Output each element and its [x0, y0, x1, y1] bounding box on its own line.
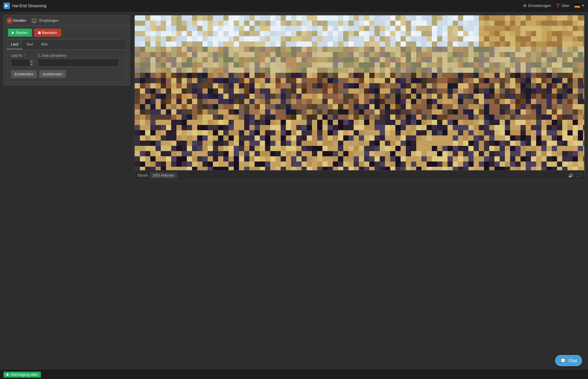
settings-button[interactable]: ⚙ Einstellungen [523, 3, 551, 8]
tab-empfangen[interactable]: Empfangen [32, 18, 59, 23]
zeile-group: 2. Zeile (Strophen) [38, 54, 119, 67]
lied-nr-group: Lied Nr. * ▲ ▼ [11, 54, 34, 67]
language-selector[interactable]: 🇩🇪 ▼ [574, 4, 585, 8]
zeile-input[interactable] [38, 59, 119, 67]
tab-senden-label: Senden [13, 18, 26, 23]
dropdown-arrow: ▼ [582, 4, 585, 7]
chat-bubble-icon: 💬 [560, 358, 566, 363]
main-layout: Senden Empfangen Starten Beenden [0, 12, 588, 370]
mute-button[interactable]: 🔊 [568, 173, 574, 178]
tab-text[interactable]: Text [22, 40, 37, 49]
action-buttons: Starten Beenden [4, 26, 129, 39]
help-label: Über [561, 3, 569, 8]
sub-content: Lied Nr. * ▲ ▼ [7, 50, 126, 82]
required-marker: * [24, 54, 25, 58]
right-panel: Bitrate: 1653 kbits/sec 🔊 ⛶ [133, 12, 588, 370]
titlebar-left: Hai-End Streaming [3, 3, 46, 9]
transmission-label: Übertragung aktiv [10, 373, 38, 377]
start-label: Starten [16, 30, 28, 35]
bitrate-label: Bitrate: [138, 173, 149, 177]
spinner-down[interactable]: ▼ [30, 63, 34, 66]
mode-tabs: Senden Empfangen [4, 15, 129, 26]
settings-label: Einstellungen [528, 3, 551, 8]
form-row-inputs: Lied Nr. * ▲ ▼ [11, 54, 122, 67]
gear-icon: ⚙ [523, 3, 527, 8]
help-icon: ❓ [556, 3, 560, 8]
monitor-empfangen-icon [32, 19, 36, 22]
play-icon [12, 31, 14, 34]
titlebar: Hai-End Streaming ⚙ Einstellungen ❓ Über… [0, 0, 588, 12]
chat-button[interactable]: 💬 Chat [555, 355, 582, 366]
spinner-up[interactable]: ▲ [30, 60, 34, 63]
chat-label: Chat [568, 358, 577, 363]
tab-bild[interactable]: Bild [37, 40, 52, 49]
radio-senden-icon [8, 19, 11, 22]
start-button[interactable]: Starten [8, 29, 32, 37]
tab-senden[interactable]: Senden [8, 18, 26, 23]
help-button[interactable]: ❓ Über [556, 3, 569, 8]
left-panel: Senden Empfangen Starten Beenden [0, 12, 133, 370]
status-dot [6, 373, 9, 376]
fullscreen-button[interactable]: ⛶ [576, 173, 581, 178]
video-container: Bitrate: 1653 kbits/sec 🔊 ⛶ [134, 15, 585, 180]
transmission-status: Übertragung aktiv [3, 372, 41, 378]
panel-box: Senden Empfangen Starten Beenden [3, 15, 130, 86]
video-statusbar: Bitrate: 1653 kbits/sec 🔊 ⛶ [135, 170, 584, 180]
toggle-buttons-row: Einblenden Ausblenden [11, 70, 122, 78]
zeile-label: 2. Zeile (Strophen) [38, 54, 119, 58]
titlebar-right: ⚙ Einstellungen ❓ Über 🇩🇪 ▼ [523, 3, 585, 8]
video-canvas [135, 15, 584, 170]
stop-label: Beenden [42, 30, 57, 35]
svg-marker-0 [5, 4, 8, 8]
sub-tabs: Lied Text Bild [7, 40, 126, 50]
einblenden-button[interactable]: Einblenden [11, 70, 37, 78]
app-title: Hai-End Streaming [12, 3, 46, 8]
tab-lied[interactable]: Lied [7, 40, 22, 49]
stop-button[interactable]: Beenden [34, 29, 61, 37]
spinners: ▲ ▼ [30, 60, 34, 66]
bitrate-value: 1653 kbits/sec [150, 173, 177, 178]
video-controls-right: 🔊 ⛶ [568, 173, 581, 178]
lied-nr-input-wrapper: ▲ ▼ [11, 59, 34, 67]
bitrate-info: Bitrate: 1653 kbits/sec [138, 173, 177, 178]
flag-icon: 🇩🇪 [574, 4, 580, 8]
sub-panel: Lied Text Bild Lied Nr. * [7, 39, 127, 82]
ausblenden-button[interactable]: Ausblenden [39, 70, 66, 78]
lied-nr-label: Lied Nr. * [11, 54, 34, 58]
video-preview [135, 15, 584, 170]
app-icon [3, 3, 10, 9]
statusbar: Übertragung aktiv [0, 370, 588, 379]
tab-empfangen-label: Empfangen [39, 18, 59, 23]
stop-icon [38, 32, 41, 34]
